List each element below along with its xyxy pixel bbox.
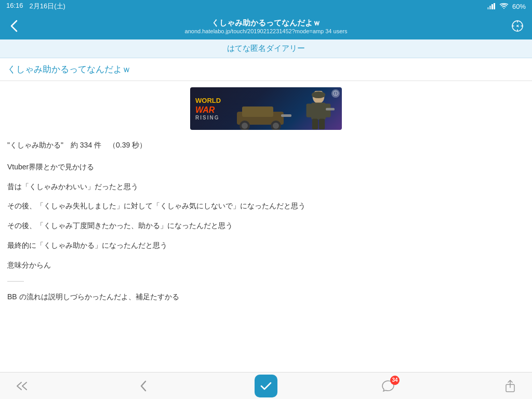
- back-button[interactable]: [6, 18, 23, 34]
- svg-rect-14: [307, 103, 312, 117]
- ad-banner[interactable]: WORLD WAR RISING: [190, 87, 342, 130]
- svg-rect-13: [311, 103, 326, 120]
- status-right: 60%: [487, 3, 526, 10]
- status-bar: 16:16 2月16日(土) 60%: [0, 0, 532, 12]
- section-divider: [7, 281, 24, 282]
- check-button[interactable]: [255, 375, 277, 397]
- signal-icon: [487, 3, 496, 9]
- status-left: 16:16 2月16日(土): [6, 2, 65, 11]
- battery-level: 60%: [512, 3, 526, 10]
- paragraph-3: その後、「くしゃみ失礼しました」に対して「くしゃみ気にしないで」になったんだと思…: [7, 200, 525, 212]
- ad-info-icon[interactable]: ⓘ: [331, 89, 340, 98]
- svg-point-10: [273, 123, 279, 129]
- nav-subtitle: anond.hatelabo.jp/touch/20190212231452?m…: [23, 28, 509, 34]
- svg-point-19: [312, 91, 325, 98]
- chat-badge: 34: [390, 376, 400, 385]
- site-header: はてな匿名ダイアリー: [0, 39, 532, 58]
- site-title: はてな匿名ダイアリー: [227, 44, 305, 52]
- nav-center: くしゃみ助かるってなんだよｗ anond.hatelabo.jp/touch/2…: [23, 18, 509, 34]
- paragraph-1: Vtuber界隈とかで見かける: [7, 161, 525, 174]
- svg-rect-1: [489, 6, 491, 9]
- status-time: 16:16: [6, 2, 23, 11]
- ad-soldier-icon: [300, 91, 337, 130]
- svg-rect-6: [242, 107, 273, 117]
- paragraph-4: その後、「くしゃみ丁度聞きたかった、助かる」になったんだと思う: [7, 220, 525, 232]
- svg-rect-17: [319, 118, 325, 129]
- back-button-bottom[interactable]: [132, 375, 155, 397]
- paragraph-6: 意味分からん: [7, 259, 525, 272]
- chat-button[interactable]: 34: [377, 375, 400, 397]
- bottom-toolbar: 34: [0, 372, 532, 399]
- nav-bar: くしゃみ助かるってなんだよｗ anond.hatelabo.jp/touch/2…: [0, 12, 532, 39]
- compass-button[interactable]: [509, 18, 526, 34]
- svg-rect-0: [487, 7, 489, 9]
- ad-inner: WORLD WAR RISING: [190, 87, 342, 130]
- share-button[interactable]: [499, 375, 522, 397]
- search-result: "くしゃみ助かる" 約 334 件 （0.39 秒）: [7, 139, 525, 152]
- paragraph-7: BB の流れは説明しづらかったんだよ、補足たすかる: [7, 291, 525, 303]
- content-area: WORLD WAR RISING: [0, 81, 532, 372]
- wifi-icon: [500, 3, 508, 9]
- back-far-button[interactable]: [10, 375, 33, 397]
- nav-title: くしゃみ助かるってなんだよｗ: [23, 18, 509, 28]
- svg-rect-11: [281, 114, 291, 117]
- svg-rect-16: [312, 118, 318, 129]
- article-title: くしゃみ助かるってなんだよｗ: [0, 58, 532, 81]
- svg-point-8: [242, 123, 248, 129]
- ad-logo: WORLD WAR RISING: [195, 97, 221, 121]
- status-date: 2月16日(土): [30, 2, 65, 11]
- paragraph-2: 昔は「くしゃみかわいい」だったと思う: [7, 181, 525, 193]
- paragraph-5: 最終的に「くしゃみ助かる」になったんだと思う: [7, 240, 525, 252]
- ad-vehicle-icon: [232, 99, 294, 130]
- svg-rect-2: [491, 4, 493, 9]
- svg-rect-3: [494, 3, 495, 9]
- svg-rect-18: [326, 108, 335, 111]
